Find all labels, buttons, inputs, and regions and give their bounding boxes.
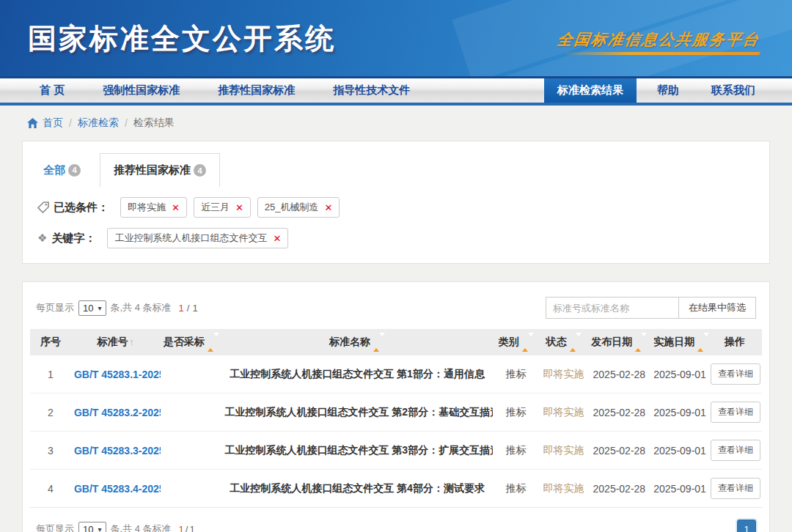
total-count-text: 条,共 4 条标准 (111, 522, 172, 532)
row-index: 4 (30, 470, 71, 508)
keyword-icon: ❖ (37, 232, 47, 245)
pagination-page-1-button[interactable]: 1 (737, 520, 756, 532)
filter-chip-label: 近三月 (201, 201, 230, 214)
status-badge: 即将实施 (540, 355, 588, 394)
keyword-row: ❖ 关键字： 工业控制系统人机接口组态文件交互 ✕ (37, 228, 755, 248)
sort-asc-icon: ↑ (130, 336, 135, 347)
per-page-prefix: 每页显示 (36, 522, 74, 532)
sort-toggle-icon (373, 336, 385, 348)
column-header-category[interactable]: 类别 (493, 329, 540, 355)
tag-icon (37, 202, 49, 213)
standard-code-link[interactable]: GB/T 45283.4-2025 (71, 470, 161, 508)
per-page-control: 每页显示 10 ▾ 条,共 4 条标准 1 / 1 (36, 300, 198, 316)
category-cell: 推标 (493, 470, 540, 508)
implement-date-cell: 2025-09-01 (650, 470, 708, 508)
column-header-adopted[interactable]: 是否采标 (161, 329, 222, 355)
per-page-select[interactable]: 10 ▾ (78, 522, 106, 532)
actions-cell: 查看详细 (708, 470, 762, 508)
breadcrumb-separator: / (125, 117, 128, 129)
total-page-number: 1 (192, 303, 197, 314)
standard-code-link[interactable]: GB/T 45283.2-2025 (71, 394, 161, 432)
category-cell: 推标 (493, 355, 540, 394)
table-header-row: 序号 标准号↑ 是否采标 标准名称 类别 状态 发布日期 实施日期 操作 (30, 329, 762, 355)
tab-recommended-label: 推荐性国家标准 (114, 163, 191, 177)
filter-panel: 全部 4 推荐性国家标准 4 已选条件： 即将实施 ✕ 近三月 ✕ 25_机械制 (22, 141, 770, 264)
breadcrumb-standard-search[interactable]: 标准检索 (78, 117, 119, 130)
sort-toggle-icon (208, 336, 219, 348)
filter-chip-label: 25_机械制造 (265, 201, 319, 214)
total-page-number: 1 (189, 524, 194, 532)
adopted-cell (161, 432, 222, 470)
column-header-publish-date[interactable]: 发布日期 (587, 329, 650, 355)
publish-date-cell: 2025-02-28 (587, 470, 650, 508)
view-detail-button[interactable]: 查看详细 (711, 478, 760, 499)
table-row: 4 GB/T 45283.4-2025 工业控制系统人机接口组态文件交互 第4部… (30, 470, 762, 508)
tab-all-label: 全部 (43, 163, 65, 177)
nav-item-search-results[interactable]: 标准检索结果 (544, 78, 637, 103)
remove-filter-icon[interactable]: ✕ (235, 202, 243, 213)
home-icon[interactable] (27, 118, 38, 128)
table-row: 3 GB/T 45283.3-2025 工业控制系统人机接口组态文件交互 第3部… (30, 432, 762, 470)
nav-item-contact[interactable]: 联系我们 (695, 78, 771, 103)
breadcrumb-separator: / (69, 117, 72, 129)
bottom-pagination-row: 每页显示 10 ▾ 条,共 4 条标准 1 / 1 1 (30, 508, 762, 532)
column-header-code[interactable]: 标准号↑ (71, 329, 161, 355)
result-tabs: 全部 4 推荐性国家标准 4 (37, 153, 755, 187)
standard-code-link[interactable]: GB/T 45283.1-2025 (71, 355, 161, 394)
adopted-cell (161, 470, 222, 508)
remove-filter-icon[interactable]: ✕ (172, 202, 180, 213)
category-cell: 推标 (493, 394, 540, 432)
column-header-name[interactable]: 标准名称 (221, 329, 492, 355)
nav-item-help[interactable]: 帮助 (641, 78, 695, 103)
breadcrumb-home[interactable]: 首页 (43, 117, 63, 130)
view-detail-button[interactable]: 查看详细 (711, 363, 760, 385)
site-title: 国家标准全文公开系统 (28, 19, 336, 59)
column-header-status[interactable]: 状态 (540, 329, 588, 355)
adopted-cell (161, 394, 222, 432)
nav-item-guiding-documents[interactable]: 指导性技术文件 (314, 78, 429, 103)
tab-all[interactable]: 全部 4 (37, 153, 89, 187)
nav-item-recommended-standards[interactable]: 推荐性国家标准 (199, 78, 314, 103)
row-index: 3 (30, 432, 71, 470)
per-page-value: 10 (83, 524, 93, 532)
remove-keyword-icon[interactable]: ✕ (273, 233, 281, 244)
standard-name: 工业控制系统人机接口组态文件交互 第3部分：扩展交互描述 (221, 432, 492, 470)
sort-toggle-icon (522, 336, 534, 348)
table-row: 2 GB/T 45283.2-2025 工业控制系统人机接口组态文件交互 第2部… (30, 394, 762, 432)
table-row: 1 GB/T 45283.1-2025 工业控制系统人机接口组态文件交互 第1部… (30, 355, 762, 394)
publish-date-cell: 2025-02-28 (587, 432, 650, 470)
standard-code-link[interactable]: GB/T 45283.3-2025 (71, 432, 161, 470)
per-page-select[interactable]: 10 ▾ (78, 300, 106, 316)
column-header-implement-date[interactable]: 实施日期 (650, 329, 708, 355)
chevron-down-icon: ▾ (98, 525, 101, 532)
standard-name: 工业控制系统人机接口组态文件交互 第2部分：基础交互描述 (221, 394, 492, 432)
row-index: 2 (30, 394, 71, 432)
publish-date-cell: 2025-02-28 (587, 355, 650, 394)
search-input[interactable] (546, 297, 679, 319)
filter-chip-upcoming: 即将实施 ✕ (120, 197, 187, 218)
keyword-chip: 工业控制系统人机接口组态文件交互 ✕ (107, 228, 288, 248)
remove-filter-icon[interactable]: ✕ (325, 202, 333, 213)
filter-chip-machinery: 25_机械制造 ✕ (257, 197, 340, 218)
page-separator: / (187, 303, 190, 314)
keyword-chip-label: 工业控制系统人机接口组态文件交互 (114, 232, 267, 245)
view-detail-button[interactable]: 查看详细 (711, 402, 760, 423)
actions-cell: 查看详细 (708, 355, 762, 394)
page: 国家标准全文公开系统 全国标准信息公共服务平台 首 页 强制性国家标准 推荐性国… (0, 0, 792, 532)
tab-recommended-count-badge: 4 (194, 164, 206, 177)
tab-recommended-standards[interactable]: 推荐性国家标准 4 (100, 153, 220, 187)
status-badge: 即将实施 (540, 394, 588, 432)
per-page-prefix: 每页显示 (36, 301, 74, 314)
implement-date-cell: 2025-09-01 (650, 432, 708, 470)
slogan-underline (561, 52, 760, 55)
view-detail-button[interactable]: 查看详细 (711, 440, 760, 461)
current-page-number: 1 (179, 303, 184, 314)
selected-conditions-row: 已选条件： 即将实施 ✕ 近三月 ✕ 25_机械制造 ✕ (37, 197, 755, 218)
nav-item-mandatory-standards[interactable]: 强制性国家标准 (84, 78, 199, 103)
filter-in-results-button[interactable]: 在结果中筛选 (679, 297, 756, 319)
sort-toggle-icon (697, 336, 709, 348)
publish-date-cell: 2025-02-28 (587, 394, 650, 432)
nav-item-home[interactable]: 首 页 (21, 78, 84, 103)
implement-date-cell: 2025-09-01 (650, 394, 708, 432)
selected-conditions-label: 已选条件： (54, 201, 109, 215)
